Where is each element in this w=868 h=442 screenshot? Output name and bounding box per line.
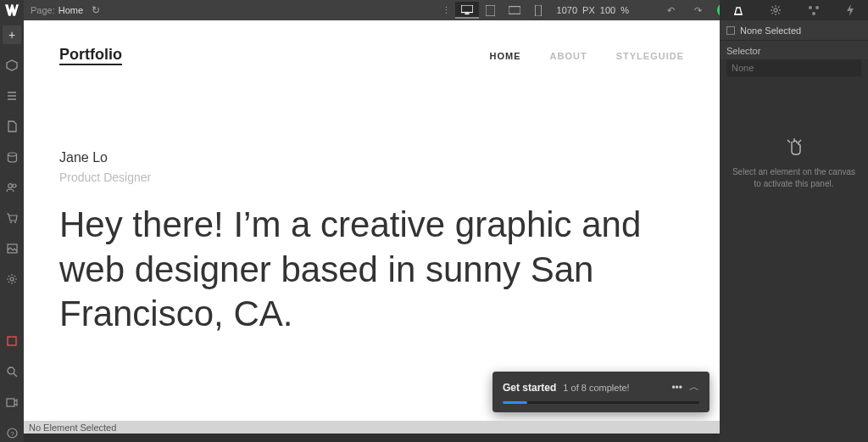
selector-input[interactable]: None (726, 59, 861, 76)
search-icon[interactable] (0, 362, 24, 381)
svg-point-15 (13, 184, 16, 187)
selection-box-icon (726, 26, 735, 35)
assets-icon[interactable] (0, 239, 24, 258)
audit-record-icon[interactable] (0, 332, 24, 350)
viewport-switcher: ⋮ 1070 PX 100 % (438, 2, 629, 19)
nav-link-about[interactable]: ABOUT (550, 51, 587, 61)
viewport-unit: PX (582, 5, 595, 15)
viewport-width: 1070 (557, 5, 577, 15)
settings-icon[interactable] (0, 270, 24, 288)
video-icon[interactable] (0, 393, 24, 411)
toast-progress-bar (503, 401, 699, 404)
nav-link-styleguide[interactable]: STYLEGUIDE (616, 51, 684, 61)
toast-progress-fill (503, 401, 527, 404)
app-logo-icon[interactable] (0, 0, 24, 20)
symbols-icon[interactable] (0, 56, 24, 75)
add-element-button[interactable]: + (3, 25, 21, 44)
settings-tab-icon[interactable] (770, 4, 782, 16)
undo-icon[interactable]: ↶ (663, 5, 680, 16)
svg-rect-3 (509, 7, 520, 14)
design-canvas[interactable]: Portfolio HOME ABOUT STYLEGUIDE Jane Lo … (24, 20, 720, 421)
effects-tab-icon[interactable] (845, 4, 855, 16)
page-name[interactable]: Home (58, 5, 83, 15)
status-bar: No Element Selected (24, 421, 720, 434)
page-nav: HOME ABOUT STYLEGUIDE (490, 51, 684, 61)
style-panel: None Selected Selector None Select an el… (720, 20, 868, 442)
zoom-level: 100 (600, 5, 615, 15)
tablet-viewport-button[interactable] (479, 2, 503, 19)
selection-text: None Selected (740, 25, 801, 36)
svg-rect-0 (461, 5, 473, 13)
panel-empty-hint: Select an element on the canvas to activ… (728, 166, 860, 190)
page-label: Page: (31, 5, 55, 15)
person-role[interactable]: Product Designer (59, 171, 684, 184)
page-header: Portfolio HOME ABOUT STYLEGUIDE (59, 46, 684, 65)
selector-section-label: Selector (720, 41, 868, 59)
pages-icon[interactable] (0, 117, 24, 136)
more-horizontal-icon[interactable]: ••• (671, 382, 682, 394)
get-started-toast: Get started 1 of 8 complete! ••• ︿ (492, 372, 709, 412)
svg-rect-4 (535, 5, 541, 16)
hero-text[interactable]: Hey there! I’m a creative graphic and we… (59, 203, 684, 337)
svg-line-22 (14, 373, 17, 377)
users-icon[interactable] (0, 178, 24, 197)
right-panel-tabs (720, 0, 868, 20)
ecommerce-icon[interactable] (0, 209, 24, 227)
redo-icon[interactable]: ↷ (690, 5, 707, 16)
panel-empty-state: Select an element on the canvas to activ… (728, 136, 860, 190)
toast-title: Get started (503, 382, 556, 394)
svg-point-14 (8, 184, 13, 188)
desktop-viewport-button[interactable] (455, 2, 479, 19)
style-tab-icon[interactable] (732, 4, 744, 16)
svg-point-19 (10, 277, 14, 281)
mobile-viewport-button[interactable] (526, 2, 550, 19)
help-icon[interactable]: ? (0, 423, 24, 442)
svg-point-9 (812, 12, 815, 15)
svg-rect-23 (7, 399, 14, 406)
more-vertical-icon[interactable]: ⋮ (438, 5, 455, 16)
interactions-tab-icon[interactable] (808, 4, 820, 16)
viewport-readout: 1070 PX 100 % (557, 5, 629, 15)
chevron-up-icon[interactable]: ︿ (689, 380, 699, 394)
svg-rect-2 (486, 5, 495, 16)
person-name[interactable]: Jane Lo (59, 150, 684, 165)
page-brand[interactable]: Portfolio (59, 46, 122, 65)
cms-icon[interactable] (0, 148, 24, 166)
pointer-icon (728, 136, 860, 158)
svg-text:?: ? (10, 429, 14, 437)
svg-point-6 (774, 8, 777, 12)
svg-point-17 (14, 221, 16, 223)
toast-progress-text: 1 of 8 complete! (563, 383, 629, 393)
svg-point-16 (10, 221, 12, 223)
selection-indicator: None Selected (720, 20, 868, 41)
svg-rect-1 (465, 13, 469, 14)
svg-point-13 (8, 153, 16, 156)
nav-link-home[interactable]: HOME (490, 51, 521, 61)
left-tool-rail: + ? (0, 20, 24, 442)
svg-point-8 (815, 6, 819, 9)
zoom-unit: % (620, 5, 629, 15)
page-root: Portfolio HOME ABOUT STYLEGUIDE Jane Lo … (24, 20, 720, 362)
svg-point-21 (8, 367, 14, 374)
landscape-mobile-viewport-button[interactable] (503, 2, 526, 19)
reload-icon[interactable]: ↻ (92, 4, 100, 16)
svg-rect-20 (8, 337, 16, 345)
svg-point-7 (809, 6, 812, 9)
navigator-icon[interactable] (0, 87, 24, 105)
status-text: No Element Selected (29, 422, 116, 433)
